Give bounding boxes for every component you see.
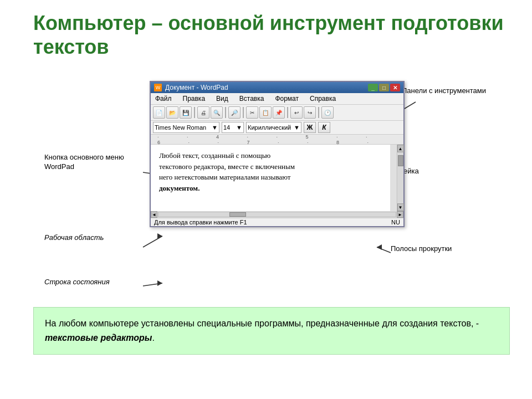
toolbar-new[interactable]: 📄 [153,106,165,119]
toolbar-sep3 [243,107,244,118]
menu-edit[interactable]: Правка [181,94,208,103]
content-line4-bold: документом. [159,184,200,192]
label-main-menu: Кнопка основного меню WordPad [44,153,141,172]
toolbar-cut[interactable]: ✂ [246,106,258,119]
toolbar-undo[interactable]: ↩ [290,106,303,119]
toolbar-print[interactable]: 🖨 [197,106,209,119]
font-dropdown-arrow[interactable]: ▼ [212,124,218,131]
wordpad-toolbar: 📄 📂 💾 🖨 🔍 🔎 ✂ 📋 📌 ↩ ↪ 🕐 [151,105,403,121]
toolbar-paste[interactable]: 📌 [273,106,285,119]
scroll-track-v [398,153,403,203]
svg-marker-13 [157,280,162,286]
svg-line-12 [143,283,162,286]
window-control-buttons: _ □ ✕ [368,84,400,91]
scroll-thumb-h[interactable] [229,212,246,217]
content-line4: документом. [159,183,382,194]
toolbar-sep1 [194,107,195,118]
label-toolbar: Панели с инструментами [402,86,486,96]
svg-marker-11 [377,244,382,250]
size-dropdown-arrow[interactable]: ▼ [236,124,242,131]
close-button[interactable]: ✕ [390,84,400,91]
scroll-thumb-v[interactable] [398,155,403,166]
info-box: На любом компьютере установлены специаль… [33,307,510,354]
toolbar-redo[interactable]: ↪ [304,106,316,119]
scroll-track-h [158,212,396,217]
horizontal-scrollbar[interactable]: ◄ ► [151,211,403,218]
font-size-selector[interactable]: 14 ▼ [222,122,244,133]
titlebar-title: Документ - WordPad [165,84,228,91]
wordpad-formatbar: Times New Roman ▼ 14 ▼ Кириллический ▼ Ж… [151,121,403,135]
toolbar-open[interactable]: 📂 [166,106,178,119]
svg-line-8 [143,236,162,247]
bold-button[interactable]: Ж [304,122,316,133]
wordpad-content: Любой текст, созданный с помощью текстов… [151,145,397,211]
scroll-up-button[interactable]: ▲ [397,145,404,152]
menu-file[interactable]: Файл [153,94,174,103]
toolbar-copy[interactable]: 📋 [259,106,272,119]
svg-marker-9 [157,233,162,239]
toolbar-preview[interactable]: 🔍 [211,106,223,119]
toolbar-sep4 [287,107,288,118]
info-text-end: . [152,333,154,342]
wordpad-menubar: Файл Правка Вид Вставка Формат Справка [151,93,403,105]
toolbar-sep5 [318,107,319,118]
toolbar-save[interactable]: 💾 [180,106,192,119]
wordpad-window: W Документ - WordPad _ □ ✕ Файл Правка В… [150,81,405,227]
label-scrollbars: Полосы прокрутки [391,244,452,254]
wordpad-statusbar: Для вывода справки нажмите F1 NU [151,218,403,226]
info-text-italic-bold: текстовые редакторы [45,333,152,342]
info-text-normal: На любом компьютере установлены специаль… [45,319,479,328]
scroll-down-button[interactable]: ▼ [397,203,404,211]
font-name: Times New Roman [155,124,206,131]
status-left: Для вывода справки нажмите F1 [154,219,247,226]
status-right: NU [391,219,400,226]
menu-help[interactable]: Справка [308,94,338,103]
toolbar-datetime[interactable]: 🕐 [321,106,334,119]
menu-view[interactable]: Вид [214,94,231,103]
font-size: 14 [223,124,230,131]
minimize-button[interactable]: _ [368,84,378,91]
ruler-marks: · 1 · · 2 · · 3 · · 4 · · 5 · · 6 · · 7 … [153,135,401,145]
titlebar-text-group: W Документ - WordPad [154,84,228,91]
content-line1: Любой текст, созданный с помощью [159,150,382,161]
label-statusbar: Строка состояния [44,278,141,287]
toolbar-sep2 [225,107,226,118]
page-title: Компьютер – основной инструмент подготов… [33,11,515,59]
content-line2: текстового редактора, вместе с включенны… [159,161,382,172]
page: Компьютер – основной инструмент подготов… [0,0,532,399]
font-selector[interactable]: Times New Roman ▼ [153,122,219,133]
scroll-right-button[interactable]: ► [397,211,403,218]
menu-insert[interactable]: Вставка [237,94,267,103]
toolbar-find[interactable]: 🔎 [228,106,241,119]
menu-format[interactable]: Формат [273,94,301,103]
wordpad-ruler: · 1 · · 2 · · 3 · · 4 · · 5 · · 6 · · 7 … [151,135,403,145]
wordpad-app-icon: W [154,84,162,91]
diagram-area: Строка заголовка Панели с инструментами … [22,64,532,303]
content-scrollbar-wrapper: Любой текст, созданный с помощью текстов… [151,145,403,211]
charset-name: Кириллический [248,124,291,131]
charset-selector[interactable]: Кириллический ▼ [246,122,301,133]
scroll-left-button[interactable]: ◄ [151,211,157,218]
content-line3: него нетекстовыми материалами называют [159,172,382,183]
maximize-button[interactable]: □ [379,84,389,91]
italic-button[interactable]: К [318,122,330,133]
label-workspace: Рабочая область [44,233,141,243]
charset-dropdown-arrow[interactable]: ▼ [294,124,300,131]
svg-line-10 [377,247,391,253]
vertical-scrollbar[interactable]: ▲ ▼ [397,145,403,211]
wordpad-titlebar: W Документ - WordPad _ □ ✕ [151,82,403,93]
